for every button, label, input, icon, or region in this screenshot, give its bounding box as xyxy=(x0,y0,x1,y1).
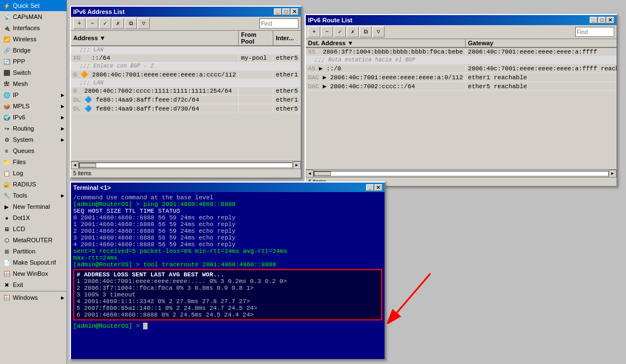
minimize-button[interactable]: _ xyxy=(274,8,282,15)
route-list-toolbar: + − ✓ ✗ ⧉ ▽ xyxy=(306,25,616,39)
route-list-scroll[interactable]: Dst. Address ▼ Gateway XS 2806:3f7:1004:… xyxy=(306,39,616,169)
find-input[interactable] xyxy=(575,27,614,37)
col-from-pool[interactable]: From Pool xyxy=(239,31,273,46)
sidebar-item-radius[interactable]: 🔐 RADIUS xyxy=(0,179,67,190)
titlebar-buttons: _ □ ✕ xyxy=(274,8,298,15)
ipv6-address-list-window: IPv6 Address List _ □ ✕ + − ✓ ✗ ⧉ ▽ Addr… xyxy=(70,6,302,179)
terminal-line: /command Use command at the base level xyxy=(73,194,382,201)
filter-button[interactable]: ▽ xyxy=(137,18,150,29)
col-gateway[interactable]: Gateway xyxy=(466,39,616,47)
sidebar-item-mesh[interactable]: 🕸 Mesh xyxy=(0,78,67,89)
sidebar-item-interfaces[interactable]: 🔌 Interfaces xyxy=(0,22,67,33)
radius-icon: 🔐 xyxy=(2,180,11,189)
sidebar-item-dot1x[interactable]: ● Dot1X xyxy=(0,212,67,223)
table-row: ;;; LAN xyxy=(71,46,301,54)
scroll-thumb[interactable] xyxy=(79,163,96,167)
sidebar-item-makesupout[interactable]: 📄 Make Supout.rif xyxy=(0,257,67,268)
scroll-left-btn[interactable]: ◀ xyxy=(71,161,79,169)
sidebar-item-queues[interactable]: ≡ Queues xyxy=(0,145,67,156)
remove-button[interactable]: − xyxy=(321,26,333,37)
terminal-line: max-rtt=24ms xyxy=(73,255,382,261)
sidebar-item-lcd[interactable]: 🖥 LCD xyxy=(0,223,67,234)
add-button[interactable]: + xyxy=(73,18,86,29)
table-row[interactable]: AS ▶ ::/0 2806:40c:7001:eeee:eeee:eeee:a… xyxy=(306,64,616,73)
sidebar-item-switch[interactable]: ⬛ Switch xyxy=(0,67,67,78)
terminal-line: 0 2001:4860:4860::8888 56 59 24ms echo r… xyxy=(73,214,382,221)
terminal-body[interactable]: /command Use command at the base level [… xyxy=(71,192,385,359)
scroll-thumb[interactable] xyxy=(314,171,331,176)
table-row[interactable]: DL 🔷 fe80::4aa9:8aff:feee:d730/64 ether5 xyxy=(71,104,301,113)
table-row[interactable]: G 2806:40c:7002:cccc:1111:1111:1111:254/… xyxy=(71,87,301,95)
svg-line-1 xyxy=(397,274,430,313)
col-address[interactable]: Address ▼ xyxy=(71,31,239,46)
close-button[interactable]: ✕ xyxy=(374,184,382,191)
scroll-left-btn[interactable]: ◀ xyxy=(306,170,314,178)
scroll-track[interactable] xyxy=(314,171,609,176)
sidebar-item-wireless[interactable]: 📶 Wireless xyxy=(0,33,67,45)
ipv6-icon: 🌍 xyxy=(2,113,11,122)
titlebar-buttons: _ ✕ xyxy=(366,184,382,191)
close-button[interactable]: ✕ xyxy=(291,8,298,15)
sidebar-item-ip[interactable]: 🌐 IP xyxy=(0,89,67,100)
horizontal-scrollbar[interactable]: ◀ ▶ xyxy=(71,161,301,169)
sidebar-item-tools[interactable]: 🔧 Tools xyxy=(0,190,67,201)
find-input[interactable] xyxy=(259,18,298,28)
sidebar-item-exit[interactable]: ✖ Exit xyxy=(0,279,67,290)
sidebar-item-routing[interactable]: ↪ Routing xyxy=(0,123,67,134)
ipv6-address-list-titlebar: IPv6 Address List _ □ ✕ xyxy=(71,7,301,17)
terminal-titlebar: Terminal <1> _ ✕ xyxy=(71,183,385,192)
sidebar-item-ipv6[interactable]: 🌍 IPv6 xyxy=(0,112,67,123)
sidebar-item-log[interactable]: 📋 Log xyxy=(0,167,67,179)
routing-icon: ↪ xyxy=(2,124,11,133)
col-interface[interactable]: Inter... xyxy=(273,31,301,46)
table-row[interactable]: G 🔶 2806:40c:7001:eeee:eeee:eeee:a:cccc/… xyxy=(71,70,301,79)
copy-button[interactable]: ⧉ xyxy=(125,18,137,29)
sidebar-item-files[interactable]: 📁 Files xyxy=(0,156,67,167)
table-row[interactable]: XG ::/64 my-pool ether5 xyxy=(71,54,301,63)
sidebar-item-windows[interactable]: 🪟 Windows xyxy=(0,292,67,303)
terminal-line: [admin@RouterOS] > tool traceroute 2001:… xyxy=(73,261,382,268)
table-row[interactable]: XS 2806:3f7:1004:bbbb:bbbb:bbbb:f0ca:beb… xyxy=(306,47,616,56)
scroll-right-btn[interactable]: ▶ xyxy=(293,161,301,169)
red-arrow xyxy=(386,268,453,324)
address-list-scroll[interactable]: Address ▼ From Pool Inter... ;;; LAN XG … xyxy=(71,31,301,161)
metarouter-icon: ⬡ xyxy=(2,236,11,245)
sidebar: ⚡ Quick Set 📡 CAPsMAN 🔌 Interfaces 📶 Wir… xyxy=(0,0,67,364)
switch-icon: ⬛ xyxy=(2,68,11,77)
sidebar-item-ppp[interactable]: 🔄 PPP xyxy=(0,56,67,67)
sidebar-item-system[interactable]: ⚙ System xyxy=(0,134,67,145)
col-dst-address[interactable]: Dst. Address ▼ xyxy=(306,39,466,47)
scroll-track[interactable] xyxy=(79,162,293,168)
cross-button[interactable]: ✗ xyxy=(112,18,124,29)
capsman-icon: 📡 xyxy=(2,12,11,21)
close-button[interactable]: ✕ xyxy=(606,17,614,23)
table-row[interactable]: DL 🔷 fe80::4aa9:8aff:feee:d72c/64 ether1 xyxy=(71,95,301,104)
sidebar-item-metarouter[interactable]: ⬡ MetaROUTER xyxy=(0,234,67,246)
check-button[interactable]: ✓ xyxy=(99,18,111,29)
maximize-button[interactable]: □ xyxy=(282,8,290,15)
scroll-right-btn[interactable]: ▶ xyxy=(609,170,616,178)
maximize-button[interactable]: □ xyxy=(598,17,606,23)
add-button[interactable]: + xyxy=(308,26,320,37)
check-button[interactable]: ✓ xyxy=(334,26,346,37)
minimize-button[interactable]: _ xyxy=(590,17,597,23)
minimize-button[interactable]: _ xyxy=(366,184,374,191)
table-row[interactable]: DAC ▶ 2806:40c:7002:cccc::/64 ether5 rea… xyxy=(306,82,616,91)
sidebar-item-quickset[interactable]: ⚡ Quick Set xyxy=(0,0,67,11)
terminal-line: 3 2001:4860:4860::8888 56 59 24ms echo r… xyxy=(73,234,382,241)
new-terminal-icon: ▶ xyxy=(2,202,11,211)
terminal-line: 1 2806:40c:7001:eeee:eeee:eeee:.... 0% 3… xyxy=(77,278,379,285)
horizontal-scrollbar[interactable]: ◀ ▶ xyxy=(306,169,616,177)
table-row[interactable]: DAC ▶ 2806:40c:7001:eeee:eeee:eeee:a:0/1… xyxy=(306,73,616,82)
sidebar-item-newwinbox[interactable]: 🪟 New WinBox xyxy=(0,268,67,279)
sidebar-item-bridge[interactable]: 🔗 Bridge xyxy=(0,45,67,56)
copy-button[interactable]: ⧉ xyxy=(359,26,372,37)
cross-button[interactable]: ✗ xyxy=(347,26,359,37)
terminal-line: 5 2607:f8b0:85a1:140::1 0% 2 24.8ms 24.7… xyxy=(77,305,379,312)
sidebar-item-new-terminal[interactable]: ▶ New Terminal xyxy=(0,201,67,212)
remove-button[interactable]: − xyxy=(86,18,98,29)
filter-button[interactable]: ▽ xyxy=(372,26,385,37)
sidebar-item-mpls[interactable]: 📦 MPLS xyxy=(0,100,67,112)
sidebar-item-capsman[interactable]: 📡 CAPsMAN xyxy=(0,11,67,22)
sidebar-item-partition[interactable]: ⊞ Partition xyxy=(0,246,67,257)
